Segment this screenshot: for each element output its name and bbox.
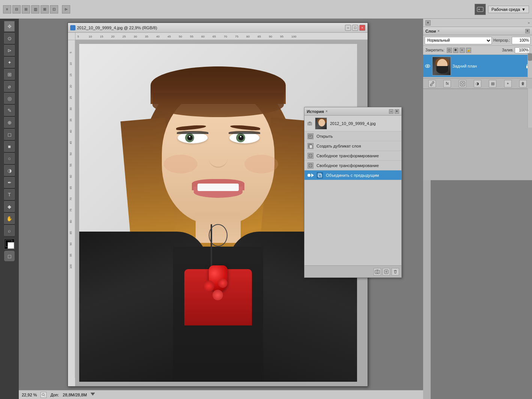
window-close-btn[interactable]: × (359, 25, 365, 31)
svg-text:80: 80 (246, 35, 250, 38)
svg-text:80: 80 (69, 220, 72, 223)
svg-text:5: 5 (69, 52, 72, 53)
layer-mask-btn[interactable] (459, 80, 466, 87)
tool-blur[interactable]: ○ (4, 153, 15, 164)
align-icon-1[interactable]: ≡ (3, 5, 11, 14)
zoom-tool-btn[interactable] (41, 392, 47, 398)
svg-text:70: 70 (69, 197, 72, 200)
tool-brush[interactable]: ✎ (4, 105, 15, 116)
layers-scroll-thumb[interactable] (528, 53, 532, 61)
layer-new-btn[interactable]: + (504, 80, 512, 87)
svg-text:40: 40 (69, 130, 72, 133)
lock-move-icon[interactable]: ✥ (453, 48, 458, 53)
align-icon-5[interactable]: ⊠ (41, 5, 49, 14)
layer-link-btn[interactable] (428, 80, 436, 87)
layer-group-btn[interactable]: ▤ (489, 80, 496, 87)
history-panel-controls: – ≡ (389, 109, 399, 114)
svg-text:100: 100 (69, 264, 72, 269)
document-titlebar: 2012_10_09_9999_4.jpg @ 22,9% (RGB/8) – … (68, 23, 368, 33)
layers-list: Задний план (423, 55, 532, 77)
svg-text:40: 40 (156, 35, 160, 38)
tool-clone[interactable]: ⊕ (4, 117, 15, 128)
history-item-5[interactable]: Объединить с предыдущим (304, 170, 401, 180)
history-item-label-3: Свободное трансформирование (316, 154, 379, 158)
tool-crop[interactable]: ⊞ (4, 69, 15, 80)
history-minimize-btn[interactable]: – (389, 109, 393, 114)
window-maximize-btn[interactable]: □ (352, 25, 358, 31)
layer-adjust-btn[interactable]: ◑ (474, 80, 481, 87)
workspace-arrow: ▼ (521, 7, 526, 12)
layer-delete-btn[interactable]: 🗑 (519, 80, 527, 87)
history-items-list: Открыть Создать дубликат слоя Свободное … (304, 131, 401, 281)
ruler-corner (68, 33, 75, 40)
lock-pixel-icon[interactable]: ◻ (447, 48, 452, 53)
tool-hand[interactable]: ✋ (4, 213, 15, 224)
history-close-btn[interactable]: × (326, 109, 328, 113)
layer-row-background[interactable]: Задний план (423, 55, 532, 77)
svg-text:45: 45 (69, 141, 72, 144)
window-minimize-btn[interactable]: – (345, 25, 351, 31)
foreground-background-colors[interactable] (4, 239, 15, 249)
tool-select[interactable]: ⊙ (4, 33, 15, 44)
blend-mode-select[interactable]: Нормальный (425, 37, 492, 44)
history-item-label-1: Открыть (316, 134, 333, 139)
svg-rect-62 (318, 173, 321, 177)
tool-shape[interactable]: ◆ (4, 201, 15, 212)
tool-pen[interactable]: ✒ (4, 177, 15, 188)
svg-text:90: 90 (69, 242, 72, 245)
align-icon-6[interactable]: ⊡ (50, 5, 58, 14)
lock-lock-icon[interactable]: 🔒 (466, 48, 471, 53)
tool-gradient[interactable]: ■ (4, 141, 15, 152)
history-delete-btn[interactable] (392, 268, 399, 276)
tool-move[interactable]: ✥ (4, 21, 15, 32)
extra-icon-1[interactable]: ⊳ (62, 5, 70, 14)
layers-panel-titlebar: Слои × ≡ (423, 27, 532, 35)
layers-blend-toolbar: Нормальный Непрозр.: (423, 35, 532, 46)
layer-thumbnail (432, 57, 451, 75)
svg-text:70: 70 (224, 35, 227, 38)
history-new-snapshot-btn[interactable] (374, 268, 381, 276)
document-title-text: 2012_10_09_9999_4.jpg @ 22,9% (RGB/8) (77, 26, 157, 30)
align-icon-2[interactable]: ⊟ (12, 5, 21, 14)
history-item-4[interactable]: Свободное трансформирование (304, 161, 401, 170)
tool-lasso[interactable]: ⊳ (4, 45, 15, 56)
workspace-dropdown[interactable]: Рабочая среда ▼ (488, 6, 529, 13)
status-arrow-btn[interactable] (90, 393, 95, 397)
svg-text:85: 85 (258, 35, 261, 38)
tool-dodge[interactable]: ◑ (4, 165, 15, 176)
lock-bar: Закрепить: ◻ ✥ + 🔒 Залив. (423, 46, 532, 55)
layer-visibility-toggle[interactable] (425, 63, 431, 69)
tool-magic-wand[interactable]: ✦ (4, 57, 15, 68)
tool-healing[interactable]: ◎ (4, 93, 15, 104)
align-icon-4[interactable]: ▥ (31, 5, 39, 14)
history-new-doc-btn[interactable] (383, 268, 390, 276)
tool-text[interactable]: T (4, 189, 15, 200)
history-panel-menu-btn[interactable]: ≡ (395, 109, 399, 114)
lock-all-icon[interactable]: + (460, 48, 465, 53)
history-item-1[interactable]: Открыть (304, 131, 401, 141)
vertical-ruler: 5 10 15 20 25 30 35 40 45 50 55 60 65 70… (68, 40, 75, 386)
history-panel: История × – ≡ 2012_10_09_9999_4.jpg (304, 107, 402, 278)
history-active-indicator (307, 173, 314, 177)
panel-ctrl-1[interactable]: ≡ (425, 20, 431, 26)
tool-eyedropper[interactable]: ⌀ (4, 81, 15, 92)
svg-text:25: 25 (122, 35, 126, 38)
layers-panel-menu-btn[interactable]: ≡ (525, 29, 530, 33)
history-item-3[interactable]: Свободное трансформирование (304, 151, 401, 161)
svg-rect-0 (477, 7, 483, 12)
tool-zoom[interactable]: ⌕ (4, 225, 15, 236)
top-toolbar: ≡ ⊟ ⊞ ▥ ⊠ ⊡ ⊳ Рабочая среда ▼ (0, 0, 532, 19)
align-icon-3[interactable]: ⊞ (22, 5, 30, 14)
tool-quick-mask[interactable]: ◻ (4, 251, 15, 261)
history-snapshot-row[interactable]: 2012_10_09_9999_4.jpg (304, 116, 401, 131)
history-panel-titlebar: История × – ≡ (304, 107, 401, 116)
history-item-2[interactable]: Создать дубликат слоя (304, 141, 401, 151)
lock-label: Закрепить: (425, 48, 445, 52)
tool-eraser[interactable]: ◻ (4, 129, 15, 140)
svg-text:25: 25 (69, 96, 72, 99)
layer-fx-btn[interactable]: fx (443, 80, 451, 87)
layers-close-btn[interactable]: × (437, 29, 440, 33)
history-item-label-4: Свободное трансформирование (316, 163, 379, 168)
opacity-input[interactable] (512, 37, 530, 44)
ps-tool-icon[interactable] (475, 4, 486, 15)
